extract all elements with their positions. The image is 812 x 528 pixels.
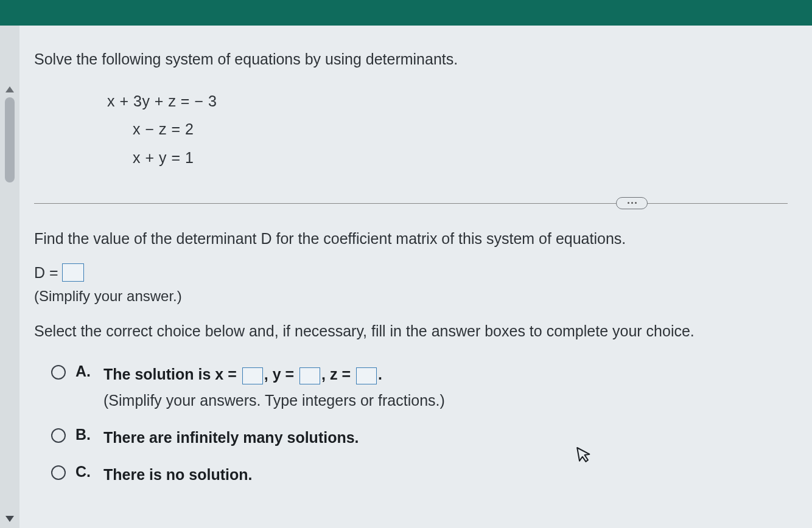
choice-a-row: A. The solution is x = , y = , z = . (Si… [51, 363, 788, 412]
equation-3: x + y = 1 [133, 144, 788, 172]
choice-a-ysep: , y = [264, 366, 294, 383]
choice-b-label: B. [75, 426, 94, 443]
choice-a-zsep: , z = [321, 366, 351, 383]
scroll-down-icon[interactable] [5, 516, 14, 522]
choice-b-row: B. There are infinitely many solutions. [51, 426, 788, 450]
more-options-button[interactable] [616, 197, 648, 209]
determinant-input[interactable] [62, 263, 84, 282]
choice-c-label: C. [75, 463, 94, 481]
radio-choice-a[interactable] [51, 365, 66, 380]
choice-a-period: . [378, 366, 382, 383]
choice-a-sub: (Simplify your answers. Type integers or… [103, 389, 445, 412]
choice-c-row: C. There is no solution. [51, 463, 788, 487]
simplify-hint: (Simplify your answer.) [34, 288, 788, 305]
choice-list: A. The solution is x = , y = , z = . (Si… [51, 363, 788, 486]
radio-choice-c[interactable] [51, 465, 66, 480]
z-input[interactable] [356, 367, 377, 384]
divider-line [34, 203, 788, 204]
top-bar [0, 0, 812, 26]
question-panel: Solve the following system of equations … [19, 26, 812, 528]
choice-a-text: The solution is x = , y = , z = . (Simpl… [103, 363, 445, 412]
question-instruction: Solve the following system of equations … [34, 49, 788, 70]
scroll-up-icon[interactable] [5, 86, 14, 92]
multiple-choice-prompt: Select the correct choice below and, if … [34, 321, 788, 342]
determinant-prompt: Find the value of the determinant D for … [34, 228, 788, 251]
determinant-input-row: D = [34, 263, 788, 282]
choice-b-text: There are infinitely many solutions. [103, 426, 359, 450]
section-divider [34, 197, 788, 209]
equation-2: x − z = 2 [133, 115, 788, 143]
choice-a-prefix: The solution is x = [103, 366, 237, 383]
choice-a-label: A. [75, 363, 94, 380]
choice-c-text: There is no solution. [103, 463, 252, 487]
radio-choice-b[interactable] [51, 428, 66, 443]
y-input[interactable] [299, 367, 320, 384]
equation-1: x + 3y + z = − 3 [107, 87, 788, 115]
d-label: D = [34, 264, 58, 282]
scrollbar-thumb[interactable] [5, 97, 15, 182]
equation-system: x + 3y + z = − 3 x − z = 2 x + y = 1 [107, 87, 788, 172]
x-input[interactable] [242, 367, 263, 384]
